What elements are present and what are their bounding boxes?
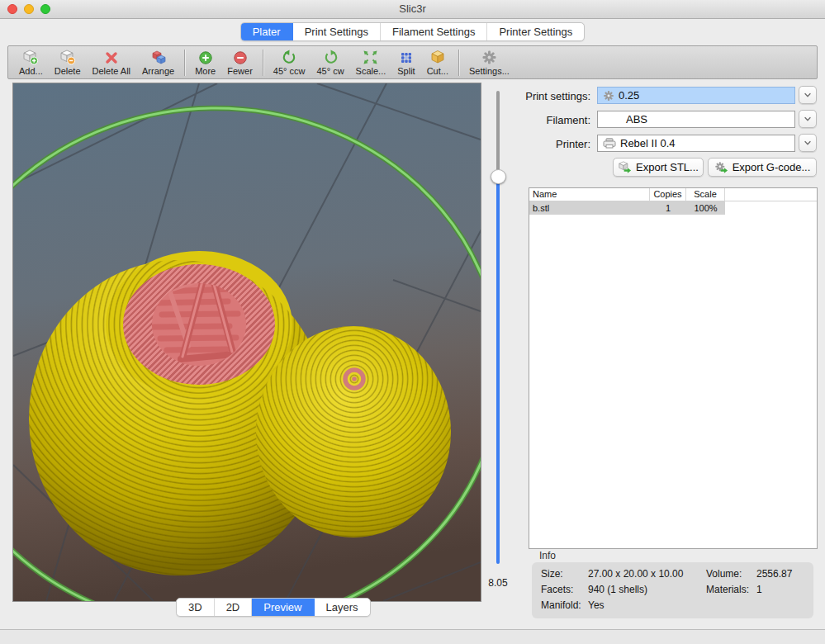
toolbar-add-button[interactable]: Add...	[19, 50, 43, 76]
printer-combo[interactable]: Rebel II 0.4	[597, 135, 795, 152]
print-settings-dropdown-button[interactable]	[799, 86, 817, 104]
object-name-cell: b.stl	[529, 201, 650, 215]
column-header-scale[interactable]: Scale	[686, 188, 725, 201]
rotate-cw-icon	[323, 50, 339, 65]
more-icon	[198, 50, 213, 65]
info-box: Size: 27.00 x 20.00 x 10.00 Facets: 940 …	[532, 562, 813, 618]
printer-label: Printer:	[520, 138, 590, 150]
toolbar: Add... Delete Delete All Arrange More	[7, 45, 818, 79]
export-stl-button[interactable]: Export STL...	[613, 158, 704, 177]
object-row-spacer	[725, 201, 817, 215]
printer-dropdown-button[interactable]	[799, 134, 817, 152]
tab-printer-settings[interactable]: Printer Settings	[487, 23, 584, 40]
toolbar-separator	[458, 50, 459, 76]
toolbar-split-button[interactable]: Split	[397, 50, 415, 76]
tab-plater[interactable]: Plater	[241, 23, 293, 40]
toolbar-delete-all-button[interactable]: Delete All	[92, 50, 130, 76]
export-stl-icon	[618, 161, 632, 174]
chevron-down-icon	[803, 114, 813, 124]
tab-print-settings[interactable]: Print Settings	[293, 23, 381, 40]
close-window-button[interactable]	[7, 4, 17, 14]
size-label: Size:	[541, 568, 563, 580]
view-tab-strip: 3D 2D Preview Layers	[176, 598, 371, 617]
toolbar-settings-button[interactable]: Settings...	[469, 50, 510, 76]
filament-combo[interactable]: ABS	[597, 111, 795, 128]
3d-viewport[interactable]	[12, 83, 481, 602]
toolbar-separator	[184, 50, 185, 76]
print-settings-label: Print settings:	[520, 90, 590, 102]
toolbar-cut-button[interactable]: Cut...	[427, 50, 448, 76]
arrange-icon	[150, 50, 167, 65]
object-list: Name Copies Scale b.stl 1 100%	[529, 187, 818, 549]
toolbar-scale-button[interactable]: Scale...	[356, 50, 386, 76]
fewer-icon	[233, 50, 248, 65]
object-row-bstl[interactable]: b.stl 1 100%	[529, 201, 817, 215]
view-tabs: 3D 2D Preview Layers	[176, 598, 371, 617]
materials-value: 1	[756, 584, 762, 595]
chevron-down-icon	[803, 90, 813, 100]
toolbar-separator	[263, 50, 263, 76]
manifold-label: Manifold:	[541, 599, 581, 611]
slic3r-window: Slic3r Plater Print Settings Filament Se…	[0, 0, 825, 644]
layer-slider-thumb[interactable]	[491, 169, 506, 184]
preset-gear-icon	[603, 90, 614, 102]
layer-slider-value: 8.05	[481, 577, 515, 589]
zoom-window-button[interactable]	[40, 4, 50, 14]
window-title: Slic3r	[0, 0, 825, 18]
export-gcode-button[interactable]: Export G-code...	[708, 158, 817, 177]
column-header-copies[interactable]: Copies	[650, 188, 686, 201]
toolbar-rotate-cw-button[interactable]: 45° cw	[316, 50, 344, 76]
filament-value: ABS	[598, 113, 647, 125]
add-icon	[22, 50, 39, 65]
facets-label: Facets:	[541, 584, 573, 595]
tab-filament-settings[interactable]: Filament Settings	[381, 23, 487, 40]
toolbar-fewer-button[interactable]: Fewer	[227, 50, 253, 76]
toolbar-delete-button[interactable]: Delete	[55, 50, 81, 76]
materials-label: Materials:	[706, 584, 749, 595]
minimize-window-button[interactable]	[24, 4, 34, 14]
manifold-value: Yes	[588, 599, 605, 611]
preview-scene	[13, 83, 481, 601]
main-tab-strip: Plater Print Settings Filament Settings …	[0, 19, 825, 45]
view-tab-3d[interactable]: 3D	[177, 599, 215, 616]
main-tabs: Plater Print Settings Filament Settings …	[240, 22, 586, 41]
export-gcode-icon	[714, 161, 728, 174]
split-icon	[399, 50, 414, 65]
title-bar: Slic3r	[0, 0, 825, 19]
delete-icon	[59, 50, 76, 65]
cut-icon	[429, 50, 446, 65]
toolbar-arrange-button[interactable]: Arrange	[142, 50, 174, 76]
volume-label: Volume:	[706, 568, 742, 580]
facets-value: 940 (1 shells)	[588, 584, 647, 595]
filament-label: Filament:	[520, 114, 590, 126]
info-section-title: Info	[539, 550, 556, 561]
object-copies-cell: 1	[650, 201, 686, 215]
printer-icon	[603, 138, 616, 149]
object-list-header: Name Copies Scale	[529, 188, 817, 201]
print-settings-value: 0.25	[619, 89, 639, 102]
column-header-name[interactable]: Name	[529, 188, 650, 201]
size-value: 27.00 x 20.00 x 10.00	[588, 568, 683, 580]
window-bottom-strip	[0, 630, 825, 644]
delete-all-icon	[104, 50, 119, 65]
printer-value: Rebel II 0.4	[620, 137, 676, 149]
object-scale-cell: 100%	[686, 201, 725, 215]
view-tab-2d[interactable]: 2D	[215, 599, 253, 616]
filament-dropdown-button[interactable]	[799, 110, 817, 128]
scale-icon	[363, 50, 378, 65]
toolbar-more-button[interactable]: More	[195, 50, 216, 76]
chevron-down-icon	[803, 138, 813, 148]
print-settings-combo[interactable]: 0.25	[597, 87, 795, 104]
view-tab-layers[interactable]: Layers	[315, 599, 370, 616]
settings-gear-icon	[481, 50, 497, 65]
layer-slider-track-lower[interactable]	[496, 177, 500, 564]
view-tab-preview[interactable]: Preview	[252, 599, 314, 616]
rotate-ccw-icon	[282, 50, 297, 65]
toolbar-rotate-ccw-button[interactable]: 45° ccw	[273, 50, 306, 76]
column-header-spacer	[725, 188, 817, 201]
volume-value: 2556.87	[756, 568, 792, 580]
layer-slider-track-upper[interactable]	[496, 91, 500, 177]
